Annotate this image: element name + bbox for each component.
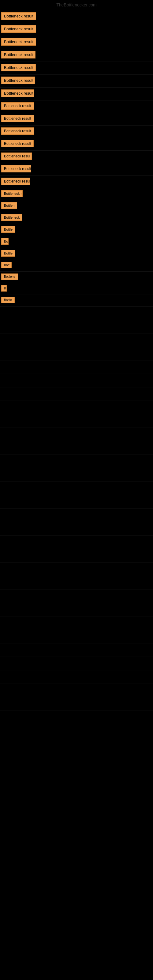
result-row: Bottleneck result — [0, 126, 153, 138]
empty-row — [0, 387, 153, 401]
empty-row — [0, 334, 153, 347]
result-row: Bottleneck result — [0, 113, 153, 126]
empty-row — [0, 603, 153, 616]
result-row: Bottleneck result — [0, 163, 153, 176]
empty-row — [0, 414, 153, 428]
result-row: Bottleneck resul — [0, 151, 153, 163]
bottleneck-badge[interactable]: Bottleneck result — [1, 127, 34, 135]
empty-row — [0, 563, 153, 576]
empty-row — [0, 347, 153, 360]
empty-row — [0, 670, 153, 684]
bottleneck-badge[interactable]: Bottle — [1, 297, 15, 303]
empty-row — [0, 522, 153, 536]
result-row: Bottleneck result — [0, 75, 153, 88]
bottleneck-badge[interactable]: Bottleneck result — [1, 25, 36, 33]
bottleneck-badge[interactable]: Bottleneck result — [1, 38, 36, 46]
bottleneck-badge[interactable]: Bottleneck result — [1, 51, 35, 59]
result-row: Bottle — [0, 224, 153, 236]
bottleneck-badge[interactable]: Bottleneck r — [1, 190, 22, 197]
empty-row — [0, 307, 153, 320]
empty-row — [0, 536, 153, 549]
result-row: Bottleneck result — [0, 100, 153, 113]
result-row: Bottle — [0, 248, 153, 260]
result-row: Bo — [0, 236, 153, 248]
result-row: B — [0, 283, 153, 295]
result-row: Bottleneck — [0, 212, 153, 224]
bottleneck-badge[interactable]: Bottleneck result — [1, 140, 33, 147]
bottleneck-badge[interactable]: Bottleneck resul — [1, 153, 32, 160]
empty-row — [0, 320, 153, 334]
bottleneck-badge[interactable]: Bottlen — [1, 202, 17, 209]
result-row: Bottleneck result — [0, 23, 153, 36]
empty-row — [0, 549, 153, 563]
empty-row — [0, 428, 153, 441]
empty-row — [0, 360, 153, 374]
bottleneck-badge[interactable]: Bottlene — [1, 274, 18, 280]
bottleneck-badge[interactable]: Bottleneck result — [1, 64, 36, 72]
empty-row — [0, 616, 153, 630]
empty-row — [0, 643, 153, 657]
empty-row — [0, 441, 153, 455]
empty-row — [0, 630, 153, 643]
result-row: Bottleneck result — [0, 176, 153, 188]
result-row: Bottleneck result — [0, 49, 153, 62]
bottleneck-badge[interactable]: Bottle — [1, 226, 15, 233]
bottleneck-badge[interactable]: Bottleneck result — [1, 12, 36, 20]
empty-row — [0, 401, 153, 414]
site-title: TheBottlenecker.com — [0, 0, 153, 10]
result-row: Bottleneck result — [0, 88, 153, 100]
result-row: Bottleneck result — [0, 10, 153, 23]
empty-row — [0, 509, 153, 522]
bottleneck-badge[interactable]: Bottleneck result — [1, 165, 31, 172]
bottleneck-badge[interactable]: Bottleneck — [1, 214, 22, 221]
result-row: Bottle — [0, 295, 153, 307]
bottleneck-badge[interactable]: B — [1, 285, 7, 291]
empty-row — [0, 697, 153, 711]
empty-row — [0, 468, 153, 482]
bottleneck-badge[interactable]: Bottleneck result — [1, 178, 30, 185]
empty-row — [0, 590, 153, 603]
result-row: Bottleneck result — [0, 36, 153, 49]
result-row: Bott — [0, 260, 153, 272]
result-row: Bottleneck result — [0, 138, 153, 151]
result-row: Bottlene — [0, 272, 153, 283]
empty-row — [0, 495, 153, 509]
bottleneck-badge[interactable]: Bo — [1, 238, 9, 245]
bottleneck-badge[interactable]: Bott — [1, 262, 12, 268]
result-row: Bottleneck result — [0, 62, 153, 75]
empty-row — [0, 684, 153, 697]
bottleneck-badge[interactable]: Bottle — [1, 250, 15, 257]
empty-row — [0, 657, 153, 670]
empty-row — [0, 455, 153, 468]
empty-row — [0, 374, 153, 387]
result-row: Bottlen — [0, 200, 153, 212]
result-row: Bottleneck r — [0, 188, 153, 200]
bottleneck-badge[interactable]: Bottleneck result — [1, 89, 34, 97]
bottleneck-badge[interactable]: Bottleneck result — [1, 76, 35, 84]
empty-row — [0, 576, 153, 590]
empty-row — [0, 482, 153, 495]
bottleneck-badge[interactable]: Bottleneck result — [1, 102, 34, 110]
bottleneck-badge[interactable]: Bottleneck result — [1, 115, 34, 122]
